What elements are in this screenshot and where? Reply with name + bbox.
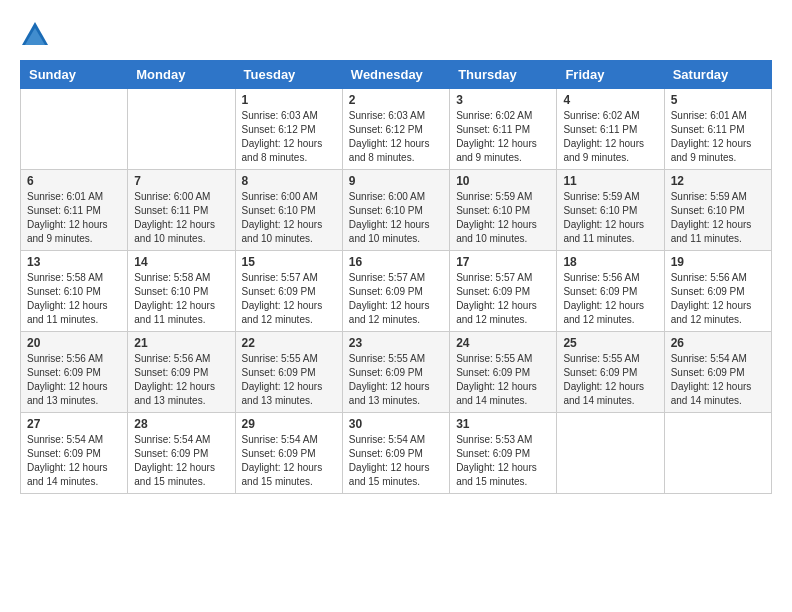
day-info: Sunrise: 6:03 AM Sunset: 6:12 PM Dayligh… [242,109,336,165]
day-info: Sunrise: 5:55 AM Sunset: 6:09 PM Dayligh… [349,352,443,408]
day-cell: 24Sunrise: 5:55 AM Sunset: 6:09 PM Dayli… [450,332,557,413]
day-number: 2 [349,93,443,107]
day-cell: 16Sunrise: 5:57 AM Sunset: 6:09 PM Dayli… [342,251,449,332]
day-info: Sunrise: 6:01 AM Sunset: 6:11 PM Dayligh… [27,190,121,246]
week-row-2: 6Sunrise: 6:01 AM Sunset: 6:11 PM Daylig… [21,170,772,251]
day-cell: 9Sunrise: 6:00 AM Sunset: 6:10 PM Daylig… [342,170,449,251]
day-info: Sunrise: 6:00 AM Sunset: 6:11 PM Dayligh… [134,190,228,246]
day-cell: 23Sunrise: 5:55 AM Sunset: 6:09 PM Dayli… [342,332,449,413]
day-info: Sunrise: 5:54 AM Sunset: 6:09 PM Dayligh… [27,433,121,489]
day-cell: 1Sunrise: 6:03 AM Sunset: 6:12 PM Daylig… [235,89,342,170]
day-number: 8 [242,174,336,188]
day-cell: 17Sunrise: 5:57 AM Sunset: 6:09 PM Dayli… [450,251,557,332]
day-info: Sunrise: 6:02 AM Sunset: 6:11 PM Dayligh… [563,109,657,165]
column-header-monday: Monday [128,61,235,89]
day-info: Sunrise: 5:57 AM Sunset: 6:09 PM Dayligh… [349,271,443,327]
day-info: Sunrise: 6:00 AM Sunset: 6:10 PM Dayligh… [349,190,443,246]
day-cell: 22Sunrise: 5:55 AM Sunset: 6:09 PM Dayli… [235,332,342,413]
day-cell [557,413,664,494]
day-info: Sunrise: 5:58 AM Sunset: 6:10 PM Dayligh… [134,271,228,327]
day-info: Sunrise: 5:53 AM Sunset: 6:09 PM Dayligh… [456,433,550,489]
day-cell: 14Sunrise: 5:58 AM Sunset: 6:10 PM Dayli… [128,251,235,332]
day-info: Sunrise: 6:02 AM Sunset: 6:11 PM Dayligh… [456,109,550,165]
column-header-tuesday: Tuesday [235,61,342,89]
day-info: Sunrise: 5:56 AM Sunset: 6:09 PM Dayligh… [563,271,657,327]
logo-icon [20,20,50,50]
day-cell: 6Sunrise: 6:01 AM Sunset: 6:11 PM Daylig… [21,170,128,251]
day-info: Sunrise: 6:01 AM Sunset: 6:11 PM Dayligh… [671,109,765,165]
day-number: 26 [671,336,765,350]
week-row-5: 27Sunrise: 5:54 AM Sunset: 6:09 PM Dayli… [21,413,772,494]
day-number: 12 [671,174,765,188]
header-row: SundayMondayTuesdayWednesdayThursdayFrid… [21,61,772,89]
day-number: 6 [27,174,121,188]
day-info: Sunrise: 5:56 AM Sunset: 6:09 PM Dayligh… [27,352,121,408]
day-number: 10 [456,174,550,188]
calendar: SundayMondayTuesdayWednesdayThursdayFrid… [20,60,772,494]
day-cell: 20Sunrise: 5:56 AM Sunset: 6:09 PM Dayli… [21,332,128,413]
day-number: 4 [563,93,657,107]
day-cell: 11Sunrise: 5:59 AM Sunset: 6:10 PM Dayli… [557,170,664,251]
day-number: 31 [456,417,550,431]
day-number: 21 [134,336,228,350]
day-info: Sunrise: 5:58 AM Sunset: 6:10 PM Dayligh… [27,271,121,327]
day-info: Sunrise: 5:57 AM Sunset: 6:09 PM Dayligh… [242,271,336,327]
week-row-3: 13Sunrise: 5:58 AM Sunset: 6:10 PM Dayli… [21,251,772,332]
day-number: 27 [27,417,121,431]
day-info: Sunrise: 5:59 AM Sunset: 6:10 PM Dayligh… [456,190,550,246]
day-cell: 28Sunrise: 5:54 AM Sunset: 6:09 PM Dayli… [128,413,235,494]
day-info: Sunrise: 5:55 AM Sunset: 6:09 PM Dayligh… [563,352,657,408]
column-header-wednesday: Wednesday [342,61,449,89]
day-cell: 31Sunrise: 5:53 AM Sunset: 6:09 PM Dayli… [450,413,557,494]
day-number: 11 [563,174,657,188]
day-info: Sunrise: 6:00 AM Sunset: 6:10 PM Dayligh… [242,190,336,246]
day-cell: 5Sunrise: 6:01 AM Sunset: 6:11 PM Daylig… [664,89,771,170]
day-cell: 15Sunrise: 5:57 AM Sunset: 6:09 PM Dayli… [235,251,342,332]
day-number: 15 [242,255,336,269]
day-cell: 18Sunrise: 5:56 AM Sunset: 6:09 PM Dayli… [557,251,664,332]
day-info: Sunrise: 5:59 AM Sunset: 6:10 PM Dayligh… [563,190,657,246]
day-number: 22 [242,336,336,350]
column-header-friday: Friday [557,61,664,89]
day-number: 25 [563,336,657,350]
day-number: 7 [134,174,228,188]
column-header-sunday: Sunday [21,61,128,89]
day-number: 20 [27,336,121,350]
day-number: 13 [27,255,121,269]
day-info: Sunrise: 5:54 AM Sunset: 6:09 PM Dayligh… [242,433,336,489]
day-number: 24 [456,336,550,350]
week-row-1: 1Sunrise: 6:03 AM Sunset: 6:12 PM Daylig… [21,89,772,170]
day-cell: 21Sunrise: 5:56 AM Sunset: 6:09 PM Dayli… [128,332,235,413]
day-cell: 4Sunrise: 6:02 AM Sunset: 6:11 PM Daylig… [557,89,664,170]
day-cell: 10Sunrise: 5:59 AM Sunset: 6:10 PM Dayli… [450,170,557,251]
day-number: 30 [349,417,443,431]
day-number: 23 [349,336,443,350]
day-info: Sunrise: 5:59 AM Sunset: 6:10 PM Dayligh… [671,190,765,246]
day-info: Sunrise: 5:54 AM Sunset: 6:09 PM Dayligh… [134,433,228,489]
day-cell: 30Sunrise: 5:54 AM Sunset: 6:09 PM Dayli… [342,413,449,494]
day-cell [128,89,235,170]
logo [20,20,54,50]
day-info: Sunrise: 5:54 AM Sunset: 6:09 PM Dayligh… [671,352,765,408]
day-cell [21,89,128,170]
day-number: 5 [671,93,765,107]
day-number: 17 [456,255,550,269]
day-info: Sunrise: 5:54 AM Sunset: 6:09 PM Dayligh… [349,433,443,489]
day-cell: 12Sunrise: 5:59 AM Sunset: 6:10 PM Dayli… [664,170,771,251]
column-header-saturday: Saturday [664,61,771,89]
day-number: 14 [134,255,228,269]
day-number: 3 [456,93,550,107]
day-cell: 3Sunrise: 6:02 AM Sunset: 6:11 PM Daylig… [450,89,557,170]
day-number: 29 [242,417,336,431]
day-info: Sunrise: 5:55 AM Sunset: 6:09 PM Dayligh… [242,352,336,408]
day-info: Sunrise: 5:55 AM Sunset: 6:09 PM Dayligh… [456,352,550,408]
day-cell: 25Sunrise: 5:55 AM Sunset: 6:09 PM Dayli… [557,332,664,413]
day-cell: 27Sunrise: 5:54 AM Sunset: 6:09 PM Dayli… [21,413,128,494]
day-cell: 19Sunrise: 5:56 AM Sunset: 6:09 PM Dayli… [664,251,771,332]
day-cell [664,413,771,494]
day-info: Sunrise: 5:56 AM Sunset: 6:09 PM Dayligh… [671,271,765,327]
day-number: 19 [671,255,765,269]
day-number: 1 [242,93,336,107]
page-header [20,20,772,50]
day-cell: 2Sunrise: 6:03 AM Sunset: 6:12 PM Daylig… [342,89,449,170]
